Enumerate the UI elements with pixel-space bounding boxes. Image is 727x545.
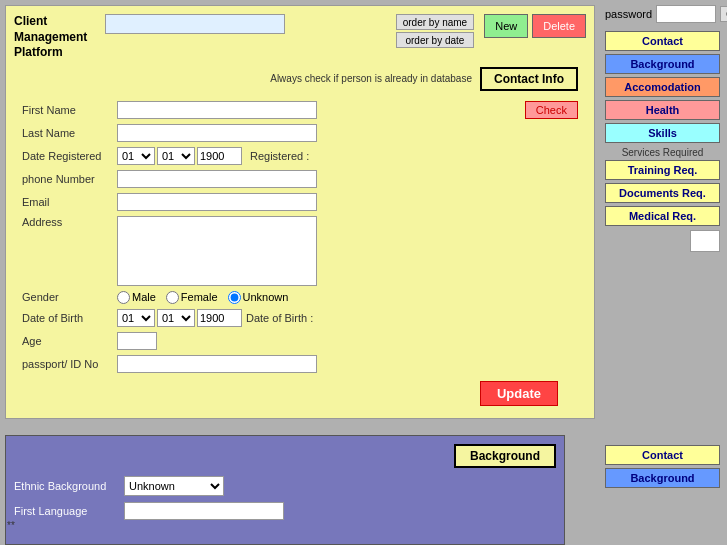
nav-training-button[interactable]: Training Req. (605, 160, 720, 180)
address-textarea[interactable] (117, 216, 317, 286)
services-label: Services Required (605, 147, 720, 158)
dob-month-select[interactable]: 01 (157, 309, 195, 327)
gender-label: Gender (22, 291, 117, 303)
address-label: Address (22, 216, 117, 228)
first-language-label: First Language (14, 505, 124, 517)
nav-documents-button[interactable]: Documents Req. (605, 183, 720, 203)
dob-reg-label: Date of Birth : (246, 312, 313, 324)
first-language-input[interactable] (124, 502, 284, 520)
dob-year-input[interactable] (197, 309, 242, 327)
background-panel: Background Ethnic Background Unknown Whi… (5, 435, 565, 545)
contact-info-label: Contact Info (480, 67, 578, 91)
date-registered-label: Date Registered (22, 150, 117, 162)
dob-day-select[interactable]: 01 (117, 309, 155, 327)
passport-label: passport/ ID No (22, 358, 117, 370)
reg-year-input[interactable] (197, 147, 242, 165)
first-name-input[interactable] (117, 101, 317, 119)
delete-button[interactable]: Delete (532, 14, 586, 38)
bottom-nav-background-button[interactable]: Background (605, 468, 720, 488)
gender-unknown-option[interactable]: Unknown (228, 291, 289, 304)
registered-label: Registered : (250, 150, 309, 162)
reg-month-select[interactable]: 01 (157, 147, 195, 165)
gender-female-radio[interactable] (166, 291, 179, 304)
background-panel-title: Background (454, 444, 556, 468)
right-sidebar: password Go Contact Background Accomodat… (605, 5, 720, 252)
nav-contact-button[interactable]: Contact (605, 31, 720, 51)
ethnic-background-label: Ethnic Background (14, 480, 124, 492)
nav-health-button[interactable]: Health (605, 100, 720, 120)
passport-input[interactable] (117, 355, 317, 373)
dob-label: Date of Birth (22, 312, 117, 324)
gender-unknown-radio[interactable] (228, 291, 241, 304)
order-by-date-button[interactable]: order by date (396, 32, 474, 48)
nav-medical-button[interactable]: Medical Req. (605, 206, 720, 226)
first-name-label: First Name (22, 104, 117, 116)
email-label: Email (22, 196, 117, 208)
password-input[interactable] (656, 5, 716, 23)
age-input[interactable]: 0 (117, 332, 157, 350)
asterisk-bottom-right: ** (7, 520, 15, 531)
phone-input[interactable] (117, 170, 317, 188)
last-name-label: Last Name (22, 127, 117, 139)
nav-skills-button[interactable]: Skills (605, 123, 720, 143)
nav-accomodation-button[interactable]: Accomodation (605, 77, 720, 97)
update-button[interactable]: Update (480, 381, 558, 406)
gender-male-label: Male (132, 291, 156, 303)
bottom-right-sidebar: Contact Background (605, 445, 720, 491)
search-input[interactable] (105, 14, 285, 34)
check-note: Always check if person is already in dat… (270, 73, 472, 84)
small-white-box (690, 230, 720, 252)
app-title: Client Management Platform (14, 14, 99, 61)
main-panel: Client Management Platform order by name… (5, 5, 595, 419)
age-label: Age (22, 335, 117, 347)
email-input[interactable] (117, 193, 317, 211)
gender-unknown-label: Unknown (243, 291, 289, 303)
ethnic-background-select[interactable]: Unknown White British White Irish Asian … (124, 476, 224, 496)
go-button[interactable]: Go (720, 6, 727, 22)
new-button[interactable]: New (484, 14, 528, 38)
last-name-input[interactable] (117, 124, 317, 142)
gender-male-radio[interactable] (117, 291, 130, 304)
nav-background-button[interactable]: Background (605, 54, 720, 74)
gender-female-label: Female (181, 291, 218, 303)
reg-day-select[interactable]: 01 (117, 147, 155, 165)
bottom-nav-contact-button[interactable]: Contact (605, 445, 720, 465)
order-by-name-button[interactable]: order by name (396, 14, 474, 30)
password-label: password (605, 8, 652, 20)
gender-male-option[interactable]: Male (117, 291, 156, 304)
phone-label: phone Number (22, 173, 117, 185)
check-button[interactable]: Check (525, 101, 578, 119)
gender-female-option[interactable]: Female (166, 291, 218, 304)
